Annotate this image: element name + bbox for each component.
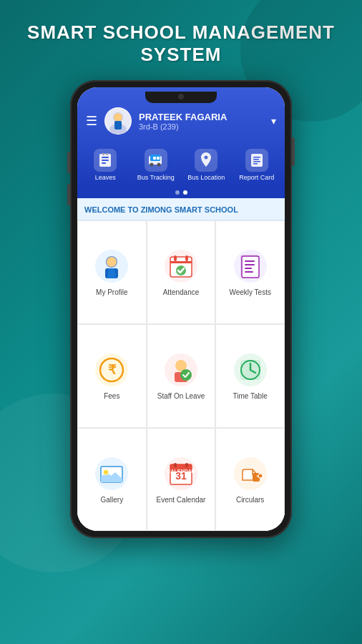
- svg-text:₹: ₹: [108, 363, 117, 377]
- leaves-label: Leaves: [95, 174, 116, 181]
- svg-rect-16: [157, 157, 160, 160]
- event-calendar-label: Event Calendar: [157, 496, 206, 504]
- svg-rect-21: [253, 163, 258, 165]
- menu-grid: My Profile Attendance Weekly Tests ₹ Fee…: [77, 220, 285, 531]
- my-profile-label: My Profile: [96, 288, 127, 296]
- svg-rect-8: [102, 162, 106, 164]
- user-avatar: [104, 107, 132, 135]
- svg-rect-15: [153, 157, 156, 160]
- nav-leaves[interactable]: Leaves: [84, 149, 127, 181]
- svg-rect-30: [185, 255, 188, 261]
- dot-1: [175, 190, 180, 195]
- weekly-tests-label: Weekly Tests: [229, 288, 271, 296]
- menu-item-circulars[interactable]: Circulars: [215, 428, 285, 532]
- nav-bus-tracking[interactable]: Bus Tracking: [134, 149, 177, 181]
- menu-item-weekly-tests[interactable]: Weekly Tests: [215, 220, 285, 324]
- menu-item-time-table[interactable]: Time Table: [215, 324, 285, 428]
- circulars-icon: [233, 456, 268, 492]
- leaves-icon: [94, 149, 117, 172]
- welcome-text: WELCOME TO ZIMONG SMART SCHOOL: [84, 205, 238, 214]
- hamburger-button[interactable]: ☰: [86, 113, 97, 129]
- svg-rect-29: [174, 255, 177, 261]
- menu-item-attendance[interactable]: Attendance: [147, 220, 216, 324]
- event-calendar-icon: CALENDAR 31: [163, 456, 199, 492]
- welcome-banner: WELCOME TO ZIMONG SMART SCHOOL: [77, 198, 285, 220]
- svg-rect-36: [245, 264, 255, 265]
- fees-icon: ₹: [94, 352, 129, 388]
- bus-location-label: Bus Location: [187, 174, 225, 181]
- svg-point-62: [258, 474, 263, 478]
- svg-rect-60: [185, 463, 188, 467]
- circulars-label: Circulars: [236, 496, 264, 504]
- svg-rect-34: [242, 256, 259, 278]
- user-info: PRATEEK FAGARIA 3rd-B (239): [139, 112, 264, 131]
- svg-rect-59: [174, 463, 177, 467]
- fees-label: Fees: [104, 392, 119, 400]
- svg-point-53: [104, 470, 108, 474]
- svg-rect-37: [245, 268, 252, 269]
- svg-rect-17: [251, 154, 263, 167]
- report-card-icon: [245, 149, 268, 172]
- staff-on-leave-label: Staff On Leave: [157, 392, 205, 400]
- nav-bus-location[interactable]: Bus Location: [185, 149, 228, 181]
- attendance-icon: [163, 248, 199, 284]
- svg-rect-20: [253, 161, 260, 162]
- user-class: 3rd-B (239): [139, 122, 264, 131]
- svg-point-3: [114, 113, 122, 122]
- nav-report-card[interactable]: Report Card: [235, 149, 278, 181]
- svg-rect-6: [102, 157, 109, 158]
- svg-point-24: [107, 257, 117, 267]
- svg-rect-7: [102, 160, 109, 161]
- menu-item-gallery[interactable]: Gallery: [77, 428, 147, 532]
- svg-rect-19: [253, 159, 259, 160]
- svg-rect-9: [102, 153, 104, 155]
- user-name: PRATEEK FAGARIA: [139, 112, 264, 122]
- svg-rect-10: [106, 153, 108, 155]
- carousel-dots: [77, 187, 285, 198]
- svg-rect-28: [170, 261, 192, 263]
- phone-frame: ☰ PRATEEK FAGARIA 3rd-B (239) ▾: [70, 80, 292, 538]
- menu-item-event-calendar[interactable]: CALENDAR 31 Event Calendar: [147, 428, 216, 532]
- gallery-icon: [94, 456, 129, 492]
- bus-tracking-icon: [145, 149, 167, 172]
- my-profile-icon: [94, 248, 129, 284]
- svg-text:31: 31: [175, 470, 187, 482]
- svg-rect-18: [253, 157, 260, 158]
- time-table-label: Time Table: [233, 392, 267, 400]
- gallery-label: Gallery: [100, 496, 123, 504]
- svg-point-45: [180, 369, 192, 381]
- nav-icons-row: Leaves Bus Tracking: [77, 143, 285, 187]
- report-card-label: Report Card: [239, 174, 274, 181]
- time-table-icon: [233, 352, 268, 388]
- svg-point-13: [150, 163, 153, 167]
- menu-item-my-profile[interactable]: My Profile: [77, 220, 147, 324]
- phone-screen: ☰ PRATEEK FAGARIA 3rd-B (239) ▾: [77, 87, 285, 531]
- menu-item-fees[interactable]: ₹ Fees: [77, 324, 147, 428]
- svg-rect-35: [245, 260, 255, 262]
- bus-location-icon: [195, 149, 217, 172]
- bus-tracking-label: Bus Tracking: [137, 174, 175, 181]
- dropdown-arrow-icon[interactable]: ▾: [271, 115, 276, 127]
- attendance-label: Attendance: [163, 288, 200, 296]
- svg-rect-4: [114, 121, 122, 130]
- staff-on-leave-icon: [163, 352, 199, 388]
- menu-item-staff-on-leave[interactable]: Staff On Leave: [147, 324, 216, 428]
- svg-point-14: [157, 163, 160, 167]
- svg-rect-38: [245, 271, 253, 273]
- dot-2: [183, 190, 187, 195]
- weekly-tests-icon: [233, 248, 268, 284]
